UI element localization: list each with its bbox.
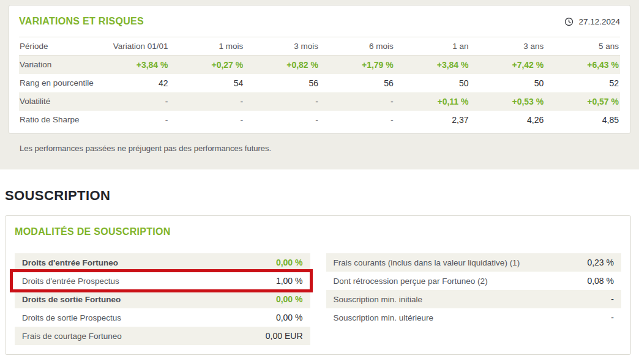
col-1-mois: 1 mois [170,37,245,56]
highlighted-row-wrapper: Droits d'entrée Prospectus 1,00 % [15,272,310,290]
col-5-ans: 5 ans [545,37,620,56]
row-rang-pourcentile: Rang en pourcentile 42 54 56 56 50 50 52 [19,74,620,92]
fee-value: - [611,294,614,304]
variations-card-header: VARIATIONS ET RISQUES 27.12.2024 [19,16,620,26]
fee-row-frais-courants: Frais courants (inclus dans la valeur li… [326,253,622,272]
row-ratio-sharpe: Ratio de Sharpe - - - - 2,37 4,26 4,85 [19,111,620,129]
fee-row-droits-entree-prospectus: Droits d'entrée Prospectus 1,00 % [15,272,310,290]
fee-value: 0,08 % [587,276,614,286]
as-of-date: 27.12.2024 [564,17,620,26]
fee-label: Droits de sortie Fortuneo [22,295,121,304]
fee-label: Frais de courtage Fortuneo [22,332,122,341]
fees-right-column: Frais courants (inclus dans la valeur li… [326,253,622,327]
fee-label: Droits de sortie Prospectus [22,313,121,322]
variations-zone: VARIATIONS ET RISQUES 27.12.2024 Période… [0,0,639,169]
row-variation: Variation +3,84 % +0,27 % +0,82 % +1,79 … [19,56,620,74]
fee-label: Droits d'entrée Fortuneo [22,258,118,267]
col-6-mois: 6 mois [320,37,395,56]
fee-value: 1,00 % [276,276,303,286]
souscription-section-title: SOUSCRIPTION [5,188,631,203]
col-variation-0101: Variation 01/01 [94,37,170,56]
fee-value: - [611,313,614,322]
date-value: 27.12.2024 [578,17,620,26]
fee-value: 0,00 % [276,294,303,304]
table-header-row: Période Variation 01/01 1 mois 3 mois 6 … [19,37,620,56]
col-1-an: 1 an [395,37,470,56]
clock-icon [564,17,574,26]
col-periode: Période [19,37,94,56]
row-volatilite: Volatilité - - - - +0,11 % +0,53 % +0,57… [19,92,620,111]
souscription-card: MODALITÉS DE SOUSCRIPTION Droits d'entré… [5,215,631,355]
col-3-mois: 3 mois [244,37,320,56]
modalites-title: MODALITÉS DE SOUSCRIPTION [15,226,621,237]
fee-label: Souscription min. initiale [334,295,423,304]
fee-row-frais-courtage: Frais de courtage Fortuneo 0,00 EUR [15,327,310,345]
fee-row-souscription-min-initiale: Souscription min. initiale - [326,290,622,308]
variations-card: VARIATIONS ET RISQUES 27.12.2024 Période… [9,5,630,134]
variations-title: VARIATIONS ET RISQUES [19,16,144,26]
variations-table: Période Variation 01/01 1 mois 3 mois 6 … [19,37,620,129]
fee-value: 0,00 EUR [266,331,303,341]
col-3-ans: 3 ans [470,37,545,56]
fees-grid: Droits d'entrée Fortuneo 0,00 % Droits d… [15,253,621,345]
performance-disclaimer: Les performances passées ne préjugent pa… [20,144,630,153]
fee-value: 0,00 % [276,258,303,267]
fees-left-column: Droits d'entrée Fortuneo 0,00 % Droits d… [15,253,310,345]
fee-row-retrocession: Dont rétrocession perçue par Fortuneo (2… [326,272,622,290]
fee-row-droits-entree-fortuneo: Droits d'entrée Fortuneo 0,00 % [15,253,310,272]
fee-value: 0,23 % [587,258,614,267]
fee-row-souscription-min-ulterieure: Souscription min. ultérieure - [326,308,622,327]
fee-label: Frais courants (inclus dans la valeur li… [334,258,520,267]
fee-row-droits-sortie-prospectus: Droits de sortie Prospectus 0,00 % [15,308,310,327]
fee-label: Dont rétrocession perçue par Fortuneo (2… [334,277,488,286]
fee-label: Droits d'entrée Prospectus [22,277,119,286]
fee-label: Souscription min. ultérieure [334,313,434,322]
fee-value: 0,00 % [276,313,303,322]
fee-row-droits-sortie-fortuneo: Droits de sortie Fortuneo 0,00 % [15,290,310,308]
souscription-zone: SOUSCRIPTION MODALITÉS DE SOUSCRIPTION D… [0,188,639,355]
